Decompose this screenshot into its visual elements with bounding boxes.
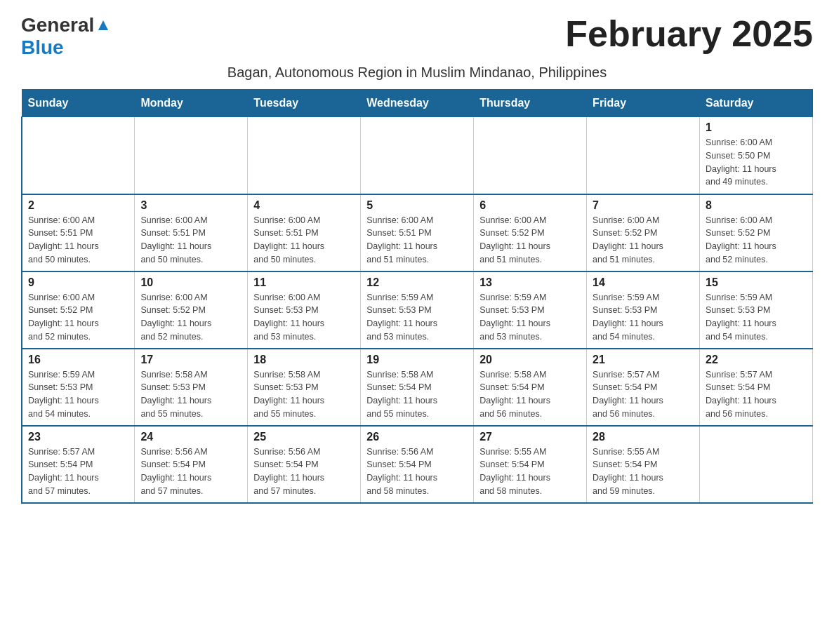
day-info: Sunrise: 5:58 AM Sunset: 5:54 PM Dayligh… (366, 368, 468, 421)
day-info: Sunrise: 5:56 AM Sunset: 5:54 PM Dayligh… (253, 445, 355, 498)
calendar-day-cell: 1Sunrise: 6:00 AM Sunset: 5:50 PM Daylig… (700, 117, 813, 194)
calendar-day-cell: 12Sunrise: 5:59 AM Sunset: 5:53 PM Dayli… (361, 271, 474, 349)
day-number: 26 (366, 431, 468, 443)
calendar-day-cell (22, 117, 135, 194)
day-info: Sunrise: 5:56 AM Sunset: 5:54 PM Dayligh… (366, 445, 468, 498)
day-info: Sunrise: 6:00 AM Sunset: 5:50 PM Dayligh… (706, 136, 807, 189)
calendar-day-cell: 9Sunrise: 6:00 AM Sunset: 5:52 PM Daylig… (22, 271, 135, 349)
calendar-day-cell: 18Sunrise: 5:58 AM Sunset: 5:53 PM Dayli… (248, 349, 361, 426)
calendar-week-row: 16Sunrise: 5:59 AM Sunset: 5:53 PM Dayli… (22, 349, 813, 426)
day-info: Sunrise: 5:55 AM Sunset: 5:54 PM Dayligh… (479, 445, 581, 498)
calendar-day-cell (361, 117, 474, 194)
calendar-header: SundayMondayTuesdayWednesdayThursdayFrid… (22, 90, 813, 117)
day-number: 23 (28, 431, 128, 443)
calendar-day-cell (135, 117, 248, 194)
day-number: 13 (479, 276, 581, 289)
calendar-week-row: 23Sunrise: 5:57 AM Sunset: 5:54 PM Dayli… (22, 426, 813, 503)
logo-triangle-icon (97, 19, 110, 34)
calendar-day-cell: 7Sunrise: 6:00 AM Sunset: 5:52 PM Daylig… (587, 194, 700, 271)
day-of-week-header: Friday (587, 90, 700, 117)
day-of-week-header: Monday (135, 90, 248, 117)
calendar-day-cell: 27Sunrise: 5:55 AM Sunset: 5:54 PM Dayli… (474, 426, 587, 503)
day-number: 16 (28, 354, 128, 366)
calendar-day-cell: 6Sunrise: 6:00 AM Sunset: 5:52 PM Daylig… (474, 194, 587, 271)
calendar-day-cell: 3Sunrise: 6:00 AM Sunset: 5:51 PM Daylig… (135, 194, 248, 271)
day-number: 10 (140, 276, 241, 289)
day-number: 21 (593, 354, 694, 366)
calendar-day-cell (248, 117, 361, 194)
calendar-day-cell: 2Sunrise: 6:00 AM Sunset: 5:51 PM Daylig… (22, 194, 135, 271)
day-number: 27 (479, 431, 581, 443)
day-info: Sunrise: 6:00 AM Sunset: 5:52 PM Dayligh… (479, 214, 581, 267)
calendar-day-cell: 23Sunrise: 5:57 AM Sunset: 5:54 PM Dayli… (22, 426, 135, 503)
day-info: Sunrise: 6:00 AM Sunset: 5:51 PM Dayligh… (366, 214, 468, 267)
calendar-day-cell: 5Sunrise: 6:00 AM Sunset: 5:51 PM Daylig… (361, 194, 474, 271)
calendar-day-cell: 24Sunrise: 5:56 AM Sunset: 5:54 PM Dayli… (135, 426, 248, 503)
logo-blue-text: Blue (21, 36, 64, 58)
day-info: Sunrise: 6:00 AM Sunset: 5:52 PM Dayligh… (28, 291, 128, 344)
day-number: 22 (706, 354, 807, 366)
calendar-day-cell: 13Sunrise: 5:59 AM Sunset: 5:53 PM Dayli… (474, 271, 587, 349)
day-info: Sunrise: 5:59 AM Sunset: 5:53 PM Dayligh… (28, 368, 128, 421)
day-number: 14 (593, 276, 694, 289)
day-info: Sunrise: 5:56 AM Sunset: 5:54 PM Dayligh… (140, 445, 241, 498)
day-info: Sunrise: 5:57 AM Sunset: 5:54 PM Dayligh… (28, 445, 128, 498)
calendar-day-cell: 20Sunrise: 5:58 AM Sunset: 5:54 PM Dayli… (474, 349, 587, 426)
day-info: Sunrise: 6:00 AM Sunset: 5:51 PM Dayligh… (28, 214, 128, 267)
calendar-day-cell: 21Sunrise: 5:57 AM Sunset: 5:54 PM Dayli… (587, 349, 700, 426)
day-number: 12 (366, 276, 468, 289)
day-info: Sunrise: 6:00 AM Sunset: 5:51 PM Dayligh… (140, 214, 241, 267)
logo: General Blue (21, 14, 110, 59)
day-of-week-header: Saturday (700, 90, 813, 117)
day-number: 1 (706, 121, 807, 134)
day-info: Sunrise: 5:59 AM Sunset: 5:53 PM Dayligh… (479, 291, 581, 344)
calendar-week-row: 2Sunrise: 6:00 AM Sunset: 5:51 PM Daylig… (22, 194, 813, 271)
day-info: Sunrise: 5:55 AM Sunset: 5:54 PM Dayligh… (593, 445, 694, 498)
day-of-week-header: Tuesday (248, 90, 361, 117)
day-number: 24 (140, 431, 241, 443)
day-info: Sunrise: 5:58 AM Sunset: 5:53 PM Dayligh… (253, 368, 355, 421)
day-info: Sunrise: 5:57 AM Sunset: 5:54 PM Dayligh… (706, 368, 807, 421)
logo-general-text: General (21, 14, 94, 36)
calendar-day-cell: 26Sunrise: 5:56 AM Sunset: 5:54 PM Dayli… (361, 426, 474, 503)
calendar-day-cell (474, 117, 587, 194)
day-number: 5 (366, 199, 468, 212)
day-info: Sunrise: 6:00 AM Sunset: 5:52 PM Dayligh… (140, 291, 241, 344)
calendar-day-cell: 15Sunrise: 5:59 AM Sunset: 5:53 PM Dayli… (700, 271, 813, 349)
day-info: Sunrise: 6:00 AM Sunset: 5:52 PM Dayligh… (593, 214, 694, 267)
day-of-week-header: Wednesday (361, 90, 474, 117)
location-subtitle: Bagan, Autonomous Region in Muslim Minda… (21, 65, 813, 81)
day-of-week-header: Sunday (22, 90, 135, 117)
calendar-table: SundayMondayTuesdayWednesdayThursdayFrid… (21, 89, 813, 504)
day-number: 3 (140, 199, 241, 212)
calendar-day-cell (587, 117, 700, 194)
day-info: Sunrise: 6:00 AM Sunset: 5:51 PM Dayligh… (253, 214, 355, 267)
day-number: 20 (479, 354, 581, 366)
day-number: 18 (253, 354, 355, 366)
day-info: Sunrise: 5:58 AM Sunset: 5:53 PM Dayligh… (140, 368, 241, 421)
day-number: 8 (706, 199, 807, 212)
day-info: Sunrise: 5:59 AM Sunset: 5:53 PM Dayligh… (706, 291, 807, 344)
day-number: 17 (140, 354, 241, 366)
day-number: 9 (28, 276, 128, 289)
calendar-day-cell (700, 426, 813, 503)
day-number: 19 (366, 354, 468, 366)
calendar-day-cell: 22Sunrise: 5:57 AM Sunset: 5:54 PM Dayli… (700, 349, 813, 426)
day-info: Sunrise: 5:58 AM Sunset: 5:54 PM Dayligh… (479, 368, 581, 421)
calendar-day-cell: 28Sunrise: 5:55 AM Sunset: 5:54 PM Dayli… (587, 426, 700, 503)
day-info: Sunrise: 6:00 AM Sunset: 5:53 PM Dayligh… (253, 291, 355, 344)
calendar-day-cell: 19Sunrise: 5:58 AM Sunset: 5:54 PM Dayli… (361, 349, 474, 426)
day-number: 4 (253, 199, 355, 212)
day-number: 25 (253, 431, 355, 443)
calendar-day-cell: 17Sunrise: 5:58 AM Sunset: 5:53 PM Dayli… (135, 349, 248, 426)
day-number: 6 (479, 199, 581, 212)
svg-marker-0 (98, 20, 108, 30)
day-number: 15 (706, 276, 807, 289)
calendar-day-cell: 25Sunrise: 5:56 AM Sunset: 5:54 PM Dayli… (248, 426, 361, 503)
calendar-day-cell: 10Sunrise: 6:00 AM Sunset: 5:52 PM Dayli… (135, 271, 248, 349)
calendar-week-row: 9Sunrise: 6:00 AM Sunset: 5:52 PM Daylig… (22, 271, 813, 349)
day-info: Sunrise: 5:59 AM Sunset: 5:53 PM Dayligh… (593, 291, 694, 344)
calendar-day-cell: 11Sunrise: 6:00 AM Sunset: 5:53 PM Dayli… (248, 271, 361, 349)
day-number: 28 (593, 431, 694, 443)
month-title: February 2025 (565, 14, 813, 54)
